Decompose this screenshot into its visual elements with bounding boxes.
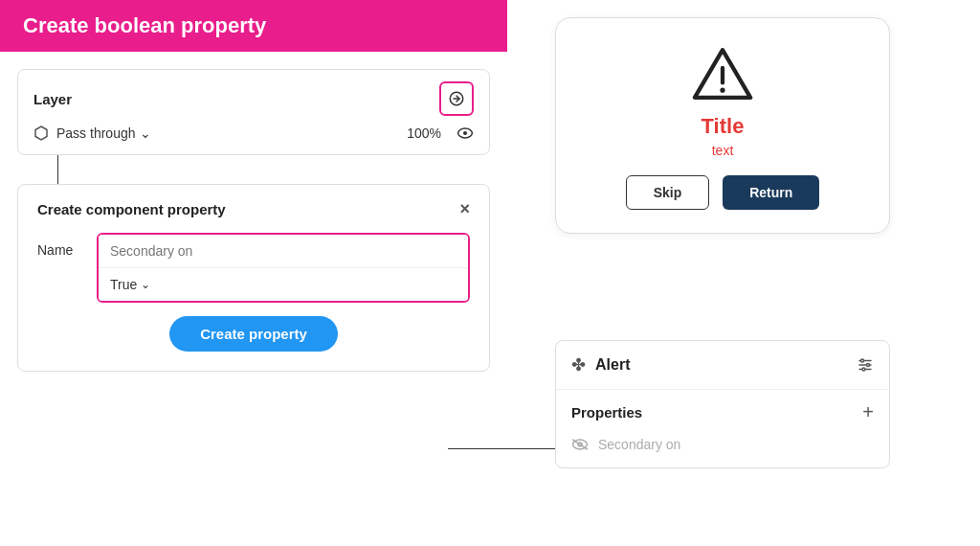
- alert-dialog-card: Title text Skip Return: [555, 17, 890, 234]
- props-panel-header: ✤ Alert: [556, 341, 889, 390]
- connector-vertical: [57, 155, 58, 184]
- properties-section-header: Properties +: [571, 401, 874, 423]
- svg-point-12: [867, 364, 870, 367]
- value-text: True: [110, 277, 137, 292]
- property-item: Secondary on: [571, 433, 874, 456]
- name-row: Name True ⌄: [37, 233, 470, 303]
- form-inputs-wrapper: True ⌄: [97, 233, 470, 303]
- svg-point-7: [720, 88, 724, 93]
- blend-icon: [33, 125, 49, 141]
- alert-title: Title: [702, 114, 745, 139]
- component-drag-icon: ✤: [571, 354, 586, 375]
- layer-label: Layer: [33, 91, 72, 107]
- create-component-dialog: Create component property × Name True ⌄ …: [17, 184, 490, 372]
- component-name: Alert: [595, 356, 847, 374]
- left-panel: Create boolean property Layer Pass throu…: [0, 0, 507, 372]
- tune-icon[interactable]: [857, 356, 874, 374]
- properties-panel: ✤ Alert Properties + Secondary on: [555, 340, 890, 468]
- blend-mode-selector[interactable]: Pass through ⌄: [56, 125, 151, 141]
- dialog-title-bar: Create boolean property: [0, 0, 507, 52]
- layer-card: Layer Pass through ⌄ 100%: [17, 69, 490, 155]
- svg-point-4: [463, 131, 467, 135]
- alert-buttons-row: Skip Return: [585, 175, 860, 210]
- layer-enter-button[interactable]: [439, 81, 474, 116]
- visibility-icon[interactable]: [457, 126, 474, 140]
- close-button[interactable]: ×: [459, 200, 470, 217]
- layer-card-header: Layer: [33, 81, 474, 116]
- skip-button[interactable]: Skip: [626, 175, 710, 210]
- warning-triangle-icon: [689, 45, 756, 102]
- enter-icon: [448, 90, 465, 107]
- blend-mode-value: Pass through: [56, 125, 136, 141]
- dialog-title-text: Create boolean property: [23, 13, 266, 37]
- value-chevron-icon: ⌄: [141, 278, 150, 291]
- layer-blend-row: Pass through ⌄ 100%: [33, 125, 474, 141]
- properties-section-title: Properties: [571, 404, 642, 421]
- name-input[interactable]: [99, 235, 468, 268]
- create-dialog-header: Create component property ×: [37, 200, 470, 217]
- svg-point-13: [862, 368, 865, 371]
- svg-point-11: [861, 359, 864, 362]
- return-button[interactable]: Return: [723, 175, 819, 210]
- create-property-button[interactable]: Create property: [169, 316, 338, 352]
- property-name: Secondary on: [598, 437, 680, 452]
- add-property-button[interactable]: +: [862, 401, 874, 423]
- name-label: Name: [37, 233, 85, 258]
- properties-section: Properties + Secondary on: [556, 390, 889, 467]
- opacity-value: 100%: [407, 125, 441, 141]
- svg-marker-2: [35, 126, 47, 140]
- value-input-row[interactable]: True ⌄: [99, 268, 468, 301]
- blend-chevron-icon: ⌄: [140, 125, 151, 141]
- alert-body: text: [712, 143, 734, 158]
- connector-horizontal: [448, 448, 557, 449]
- property-visibility-icon: [571, 438, 589, 451]
- create-dialog-title: Create component property: [37, 201, 226, 217]
